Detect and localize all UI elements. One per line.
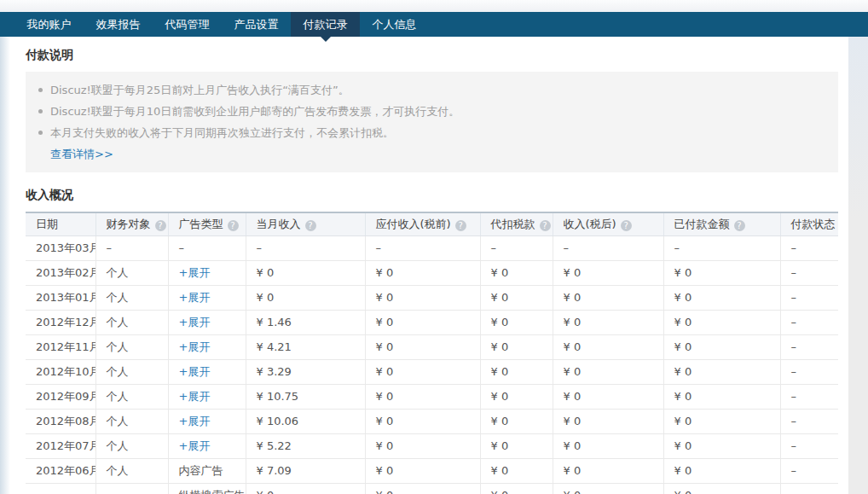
table-cell: ¥ 5.22 — [246, 433, 365, 458]
bullet-icon — [38, 109, 43, 113]
view-details-link[interactable]: 查看详情>> — [50, 147, 113, 162]
table-cell: +展开 — [168, 260, 246, 285]
nav-tab-1[interactable]: 我的账户 — [14, 12, 84, 37]
payment-notice-list: Discuz!联盟于每月25日前对上月广告收入执行“满百支付”。Discuz!联… — [38, 83, 821, 141]
table-cell: 个人 — [95, 260, 168, 285]
table-cell: ¥ 0 — [365, 458, 480, 483]
table-row: 2012年08月个人+展开¥ 10.06¥ 0¥ 0¥ 0¥ 0– — [26, 409, 838, 433]
payment-notice-box: Discuz!联盟于每月25日前对上月广告收入执行“满百支付”。Discuz!联… — [26, 72, 838, 172]
help-icon[interactable]: ? — [228, 220, 239, 231]
table-cell: ¥ 0 — [553, 310, 663, 334]
expand-link[interactable]: +展开 — [179, 439, 211, 452]
active-tab-pointer-icon — [321, 37, 331, 42]
table-cell: – — [365, 235, 480, 260]
table-cell: ¥ 0 — [663, 458, 780, 483]
table-row: 2013年02月个人+展开¥ 0¥ 0¥ 0¥ 0¥ 0– — [26, 260, 838, 285]
nav-tab-3[interactable]: 代码管理 — [153, 12, 222, 37]
table-cell: ¥ 0 — [553, 285, 663, 310]
column-header: 应付收入(税前)? — [365, 212, 480, 235]
notice-item-1: Discuz!联盟于每月25日前对上月广告收入执行“满百支付”。 — [38, 83, 821, 98]
table-row: 纵横搜索广告¥ 0¥ 0¥ 0¥ 0¥ 0– — [26, 483, 838, 494]
table-cell: 个人 — [95, 433, 168, 458]
main-content: 付款说明 Discuz!联盟于每月25日前对上月广告收入执行“满百支付”。Dis… — [26, 37, 838, 494]
table-cell: 2013年02月 — [26, 260, 95, 285]
table-cell: – — [780, 458, 838, 483]
help-icon[interactable]: ? — [155, 220, 166, 231]
nav-tab-5[interactable]: 付款记录 — [291, 12, 360, 37]
help-icon[interactable]: ? — [455, 220, 466, 231]
table-cell: ¥ 0 — [663, 285, 780, 310]
notice-item-2: Discuz!联盟于每月10日前需收到企业用户邮寄的广告发布费发票，才可执行支付… — [38, 104, 821, 119]
table-row: 2012年09月个人+展开¥ 10.75¥ 0¥ 0¥ 0¥ 0– — [26, 384, 838, 409]
table-cell: 2012年06月 — [26, 458, 95, 483]
table-cell: 2013年01月 — [26, 285, 95, 310]
table-cell: – — [780, 260, 838, 285]
table-cell: ¥ 0 — [480, 334, 553, 359]
nav-tab-6[interactable]: 个人信息 — [360, 12, 429, 37]
table-cell: – — [246, 235, 365, 260]
column-header: 日期 — [26, 212, 95, 235]
table-cell: 2012年07月 — [26, 433, 95, 458]
help-icon[interactable]: ? — [305, 220, 316, 231]
table-row: 2012年10月个人+展开¥ 3.29¥ 0¥ 0¥ 0¥ 0– — [26, 359, 838, 384]
table-cell: – — [95, 235, 168, 260]
table-cell: 个人 — [95, 458, 168, 483]
table-cell: – — [168, 235, 246, 260]
table-cell: 个人 — [95, 334, 168, 359]
help-icon[interactable]: ? — [734, 220, 745, 231]
table-cell: 2012年11月 — [26, 334, 95, 359]
table-cell: ¥ 0 — [365, 260, 480, 285]
table-cell: ¥ 0 — [365, 409, 480, 433]
table-cell: – — [780, 285, 838, 310]
table-cell: 2012年10月 — [26, 359, 95, 384]
main-nav: 我的账户效果报告代码管理产品设置付款记录个人信息 — [0, 12, 868, 37]
expand-link[interactable]: +展开 — [179, 365, 211, 378]
table-cell: ¥ 0 — [480, 458, 553, 483]
table-cell: +展开 — [168, 384, 246, 409]
table-cell: ¥ 0 — [480, 483, 553, 494]
table-header-row: 日期财务对象?广告类型?当月收入?应付收入(税前)?代扣税款?收入(税后)?已付… — [26, 212, 838, 235]
table-cell: – — [780, 384, 838, 409]
notice-text: 本月支付失败的收入将于下月同期再次独立进行支付，不会累计扣税。 — [50, 125, 394, 141]
expand-link[interactable]: +展开 — [179, 390, 211, 403]
notice-item-3: 本月支付失败的收入将于下月同期再次独立进行支付，不会累计扣税。 — [38, 125, 821, 141]
table-cell: ¥ 0 — [663, 310, 780, 334]
table-row: 2013年01月个人+展开¥ 0¥ 0¥ 0¥ 0¥ 0– — [26, 285, 838, 310]
table-row: 2012年12月个人+展开¥ 1.46¥ 0¥ 0¥ 0¥ 0– — [26, 310, 838, 334]
table-cell: ¥ 0 — [663, 483, 780, 494]
expand-link[interactable]: +展开 — [179, 291, 211, 304]
table-cell: – — [780, 359, 838, 384]
table-cell: ¥ 0 — [480, 260, 553, 285]
column-header: 当月收入? — [246, 212, 365, 235]
table-cell: – — [780, 310, 838, 334]
column-header: 财务对象? — [95, 212, 168, 235]
payment-notice-title: 付款说明 — [26, 48, 838, 63]
top-strip — [0, 0, 868, 12]
expand-link[interactable]: +展开 — [179, 266, 211, 279]
table-cell: ¥ 0 — [553, 260, 663, 285]
expand-link[interactable]: +展开 — [179, 415, 211, 427]
table-cell: ¥ 0 — [365, 334, 480, 359]
table-cell: – — [780, 433, 838, 458]
table-cell: 2012年09月 — [26, 384, 95, 409]
help-icon[interactable]: ? — [540, 220, 551, 231]
nav-tab-4[interactable]: 产品设置 — [222, 12, 291, 37]
table-cell: ¥ 0 — [663, 384, 780, 409]
table-cell: ¥ 0 — [365, 433, 480, 458]
table-cell: ¥ 0 — [553, 458, 663, 483]
table-cell: +展开 — [168, 359, 246, 384]
table-cell: 2013年03月 — [26, 235, 95, 260]
help-icon[interactable]: ? — [621, 220, 632, 231]
table-cell: ¥ 0 — [365, 384, 480, 409]
expand-link[interactable]: +展开 — [179, 316, 211, 328]
column-header: 付款状态 — [780, 212, 838, 235]
table-cell: – — [663, 235, 780, 260]
table-cell: 纵横搜索广告 — [168, 483, 246, 494]
bullet-icon — [38, 131, 43, 135]
table-cell: ¥ 10.75 — [246, 384, 365, 409]
notice-text: Discuz!联盟于每月25日前对上月广告收入执行“满百支付”。 — [50, 83, 350, 98]
table-cell: – — [780, 409, 838, 433]
column-header: 广告类型? — [168, 212, 246, 235]
nav-tab-2[interactable]: 效果报告 — [84, 12, 153, 37]
expand-link[interactable]: +展开 — [179, 340, 211, 353]
